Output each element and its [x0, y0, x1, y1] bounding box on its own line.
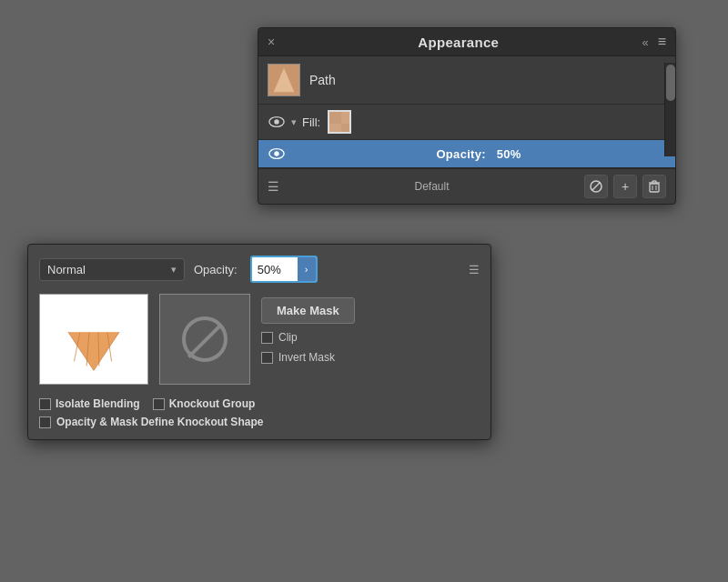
panel-titlebar: × Appearance « ≡ [258, 28, 675, 56]
opacity-input-container: › [250, 256, 318, 283]
blend-mode-select[interactable]: Normal ▾ [39, 258, 185, 281]
fill-label: Fill: [302, 115, 320, 129]
no-mask-icon [182, 316, 228, 362]
no-mask-line [187, 324, 222, 358]
knockout-group-item: Knockout Group [153, 397, 256, 410]
fill-expand-icon[interactable]: ▾ [291, 116, 297, 128]
knockout-group-checkbox[interactable] [153, 398, 165, 410]
scrollbar-track[interactable] [664, 63, 675, 156]
default-label: Default [414, 180, 449, 193]
path-row: Path [258, 56, 675, 105]
bottom-checkboxes-row1: Isolate Blending Knockout Group [39, 397, 480, 410]
clip-checkbox-row: Clip [261, 331, 355, 344]
blend-mode-label: Normal [47, 263, 86, 276]
invert-mask-checkbox[interactable] [261, 352, 273, 364]
svg-rect-8 [329, 112, 349, 132]
close-button[interactable]: × [268, 35, 275, 49]
path-label: Path [309, 73, 336, 87]
fill-swatch-inner [329, 112, 349, 132]
opacity-row[interactable]: Opacity: 50% [258, 140, 675, 168]
isolate-blending-item: Isolate Blending [39, 397, 140, 410]
opacity-visibility-icon[interactable] [268, 146, 286, 161]
fill-row: ▾ Fill: [258, 105, 675, 140]
opacity-field-label: Opacity: [194, 263, 238, 276]
list-icon[interactable]: ☰ [268, 179, 279, 194]
opacity-mask-label: Opacity & Mask Define Knockout Shape [56, 416, 263, 428]
popup-list-icon[interactable]: ☰ [469, 263, 480, 276]
mask-options: Make Mask Clip Invert Mask [261, 294, 355, 364]
scrollbar-thumb[interactable] [666, 65, 675, 101]
invert-mask-checkbox-row: Invert Mask [261, 351, 355, 364]
popup-bottom-checkboxes: Isolate Blending Knockout Group Opacity … [39, 397, 480, 428]
svg-line-12 [592, 183, 601, 191]
panel-actions: + [584, 175, 666, 198]
isolate-blending-checkbox[interactable] [39, 398, 51, 410]
add-action-button[interactable]: + [613, 175, 637, 198]
opacity-input[interactable] [252, 260, 298, 279]
fill-visibility-icon[interactable] [268, 115, 286, 129]
no-action-button[interactable] [584, 175, 608, 198]
panel-menu-button[interactable]: ≡ [658, 34, 666, 50]
svg-point-10 [274, 151, 278, 156]
collapse-icon[interactable]: « [642, 35, 648, 49]
invert-mask-label: Invert Mask [278, 351, 335, 364]
appearance-panel: × Appearance « ≡ Path ▾ Fill: [258, 27, 676, 205]
svg-point-3 [274, 119, 278, 124]
opacity-display: Opacity: 50% [291, 147, 666, 161]
mask-preview [159, 294, 250, 385]
opacity-mask-checkbox[interactable] [39, 416, 51, 428]
isolate-blending-label: Isolate Blending [56, 397, 140, 410]
opacity-increment-button[interactable]: › [298, 257, 316, 281]
transparency-popup: Normal ▾ Opacity: › ☰ [27, 244, 491, 440]
clip-label: Clip [278, 331, 298, 344]
svg-rect-26 [66, 313, 123, 333]
svg-rect-13 [650, 184, 659, 192]
delete-action-button[interactable] [642, 175, 666, 198]
blend-mode-arrow-icon: ▾ [171, 264, 177, 276]
clip-checkbox[interactable] [261, 332, 273, 344]
popup-top-row: Normal ▾ Opacity: › ☰ [39, 256, 480, 283]
panel-title: Appearance [418, 35, 499, 50]
make-mask-button[interactable]: Make Mask [261, 297, 355, 324]
path-thumbnail [268, 64, 300, 96]
fill-swatch[interactable] [328, 110, 351, 134]
popup-preview-row: Make Mask Clip Invert Mask [39, 294, 480, 385]
panel-footer: ☰ Default + [258, 168, 675, 204]
opacity-mask-row: Opacity & Mask Define Knockout Shape [39, 416, 480, 428]
knockout-group-label: Knockout Group [169, 397, 256, 410]
object-preview [39, 294, 148, 385]
